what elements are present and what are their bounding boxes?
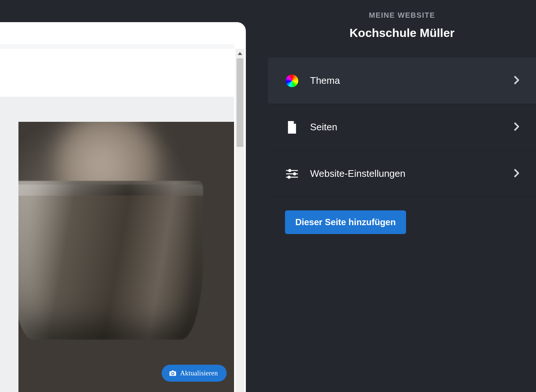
preview-area: Aktualisieren — [0, 0, 268, 392]
update-image-label: Aktualisieren — [180, 369, 218, 377]
page-icon — [285, 120, 299, 134]
update-image-button[interactable]: Aktualisieren — [162, 365, 227, 382]
menu-item-pages[interactable]: Seiten — [268, 104, 536, 151]
preview-inner: Aktualisieren — [0, 22, 234, 392]
menu-item-theme[interactable]: Thema — [268, 58, 536, 104]
add-section: Dieser Seite hinzufügen — [268, 197, 536, 247]
preview-scrollbar[interactable] — [236, 49, 244, 392]
svg-point-1 — [289, 169, 291, 172]
menu-label-settings: Website-Einstellungen — [310, 168, 503, 179]
preview-header-strip — [0, 44, 234, 49]
color-wheel-icon — [285, 74, 299, 88]
chevron-right-icon — [514, 76, 519, 86]
camera-icon — [169, 370, 176, 376]
editor-sidebar: MEINE WEBSITE Kochschule Müller Thema Se… — [268, 0, 536, 392]
sidebar-header: MEINE WEBSITE Kochschule Müller — [268, 0, 536, 58]
svg-point-3 — [293, 173, 296, 175]
menu-item-settings[interactable]: Website-Einstellungen — [268, 151, 536, 197]
hero-image[interactable]: Aktualisieren — [18, 122, 234, 392]
sidebar-eyebrow: MEINE WEBSITE — [283, 11, 521, 20]
scroll-thumb[interactable] — [237, 58, 243, 147]
preview-content: Aktualisieren — [0, 49, 234, 392]
menu-label-pages: Seiten — [310, 121, 503, 133]
site-title: Kochschule Müller — [283, 26, 521, 40]
preview-card: Aktualisieren — [0, 22, 246, 392]
scroll-up-button[interactable] — [236, 49, 244, 58]
hero-pot-shape — [18, 181, 203, 340]
add-to-page-button[interactable]: Dieser Seite hinzufügen — [285, 210, 406, 234]
sliders-icon — [285, 167, 299, 181]
preview-grey-band: Aktualisieren — [0, 97, 234, 392]
menu-label-theme: Thema — [310, 75, 503, 86]
chevron-right-icon — [514, 122, 519, 133]
chevron-right-icon — [514, 169, 519, 179]
sidebar-menu: Thema Seiten Website-Einstellung — [268, 58, 536, 197]
svg-point-5 — [288, 176, 290, 178]
